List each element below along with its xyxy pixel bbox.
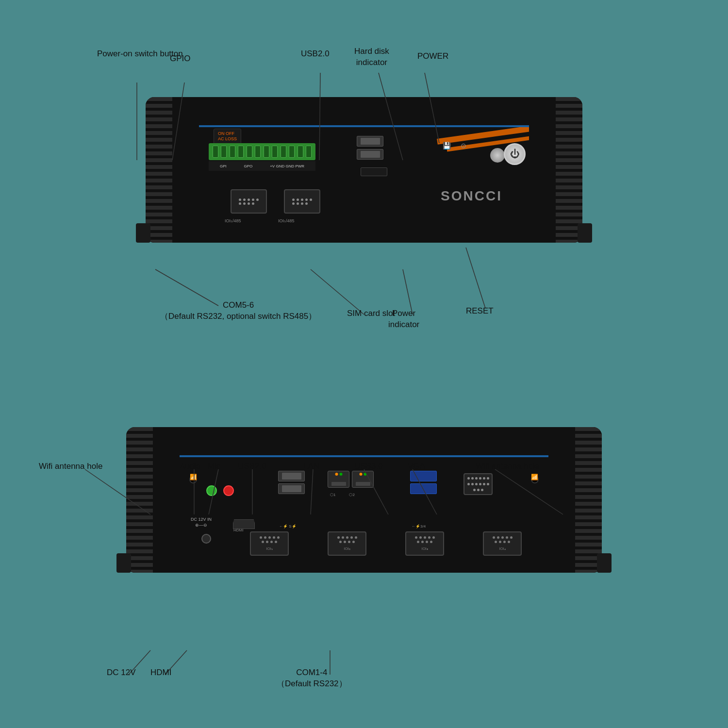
top-device-section: ON OFFAC LOSS — [24, 39, 704, 243]
hdd-indicator-icon: 💾 — [442, 141, 451, 150]
gpio-pin — [255, 146, 261, 158]
bottom-device-section: 📶 📶 DC 12V IN⊕—⊖ HDMI — [24, 388, 704, 573]
com2-port: IOI₂ — [328, 531, 366, 556]
label-usb3: USB3.0 — [354, 461, 383, 472]
gpio-pin — [230, 146, 235, 158]
com6-port — [284, 189, 320, 214]
usb2-bottom — [278, 471, 305, 494]
switch-label: ON OFFAC LOSS — [218, 131, 237, 142]
label-hdmi: HDMI — [150, 667, 171, 678]
label-power-indicator: Powerindicator — [388, 308, 419, 331]
gpio-pin — [272, 146, 278, 158]
label-lan: LAN — [303, 461, 319, 472]
label-dc12v: DC 12V — [107, 667, 136, 678]
usb2-port-2 — [357, 149, 383, 160]
heatsink-left — [146, 97, 172, 243]
lan-port-2 — [352, 471, 374, 488]
usb2-bottom-port-2 — [278, 483, 305, 494]
label-reset: RESET — [466, 306, 494, 317]
mount-foot-right-b — [597, 553, 612, 573]
label-gpio: GPIO — [170, 53, 191, 65]
power-button[interactable]: ⏻ — [504, 143, 526, 165]
on-off-switch-area: ON OFFAC LOSS — [214, 129, 241, 144]
blue-accent-line-b — [180, 455, 548, 457]
com-ports-bottom: IOI₁ IOI₂ IOI₃ — [235, 531, 536, 556]
usb2-area-top — [357, 136, 383, 160]
com3-port: IOI₃ — [405, 531, 444, 556]
label-wifi-left: Wifi antenna hole — [39, 461, 102, 472]
usb3-area — [410, 471, 437, 494]
label-audio: Audio — [180, 461, 200, 472]
rs485-label-1: IOI₅/485 — [225, 218, 241, 223]
gpio-label-text: GPIGPO+V GND GND PWR — [211, 164, 313, 168]
heatsink-right-b — [575, 427, 602, 573]
gpio-pin — [264, 146, 269, 158]
gpio-pin — [247, 146, 252, 158]
label-mic: Mic — [208, 461, 220, 472]
gpio-pin — [221, 146, 227, 158]
gpio-pin — [298, 146, 303, 158]
usb2-bottom-small-label: ←⚡ S⚡ — [279, 524, 297, 529]
lan-labels-small: ⬡1⬡2 — [330, 493, 355, 497]
usb3-port-1 — [410, 471, 437, 481]
usb3-port-2 — [410, 483, 437, 494]
device-body-bottom: 📶 📶 DC 12V IN⊕—⊖ HDMI — [153, 427, 575, 573]
gpio-connector — [209, 143, 315, 160]
com5-port — [231, 189, 267, 214]
lan-ports — [328, 471, 374, 488]
gpio-label-strip: GPIGPO+V GND GND PWR — [209, 161, 315, 171]
gpio-pin — [213, 146, 218, 158]
vga-port — [463, 473, 493, 495]
lan-port-1 — [328, 471, 349, 488]
brand-name: SONCCI — [441, 188, 502, 204]
gpio-pin — [289, 146, 295, 158]
label-vga: VGA — [408, 461, 425, 472]
label-hard-disk: Hard diskindicator — [354, 46, 389, 68]
dc-power-jack — [201, 534, 211, 544]
wifi-icon-right: 📶 — [531, 474, 538, 480]
label-wifi-right: Wifi antenna hole — [476, 461, 539, 472]
hdmi-port — [233, 519, 255, 529]
usb2-port-1 — [357, 136, 383, 147]
audio-jack-green — [206, 485, 217, 496]
gpio-pin — [281, 146, 286, 158]
dc-label: DC 12V IN⊕—⊖ — [191, 517, 212, 528]
wifi-icon-left: 📶 — [190, 474, 197, 480]
usb3-small-label: ←⚡3/4 — [412, 524, 426, 529]
heatsink-left-b — [126, 427, 153, 573]
label-usb2-bottom: USB2.0 — [238, 461, 266, 472]
mount-foot-right — [578, 223, 592, 243]
rs485-label-2: IOI₅/485 — [278, 218, 295, 223]
bottom-device: 📶 📶 DC 12V IN⊕—⊖ HDMI — [126, 427, 602, 573]
heatsink-right — [556, 97, 582, 243]
com1-port: IOI₁ — [250, 531, 289, 556]
power-indicator-icon: ⊙ — [459, 141, 468, 150]
top-device: ON OFFAC LOSS — [146, 97, 582, 243]
usb2-bottom-port-1 — [278, 471, 305, 481]
com4-port: IOI₄ — [483, 531, 522, 556]
page-container: ON OFFAC LOSS — [0, 0, 728, 728]
mount-foot-left-b — [116, 553, 131, 573]
sim-card-slot — [361, 167, 387, 176]
label-com1-4: COM1-4（Default RS232） — [277, 667, 347, 690]
label-usb2-top: USB2.0 — [301, 49, 330, 60]
reset-button[interactable] — [490, 148, 505, 163]
indicator-area: 💾 ⊙ — [442, 141, 468, 150]
device-body-top: ON OFFAC LOSS — [172, 97, 556, 243]
gpio-pin — [306, 146, 312, 158]
gpio-pin — [238, 146, 244, 158]
audio-jack-red — [223, 485, 234, 496]
label-com5-6: COM5-6（Default RS232, optional switch RS… — [160, 300, 316, 322]
label-power-top: POWER — [417, 51, 448, 62]
svg-line-8 — [466, 248, 485, 308]
mount-foot-left — [136, 223, 150, 243]
